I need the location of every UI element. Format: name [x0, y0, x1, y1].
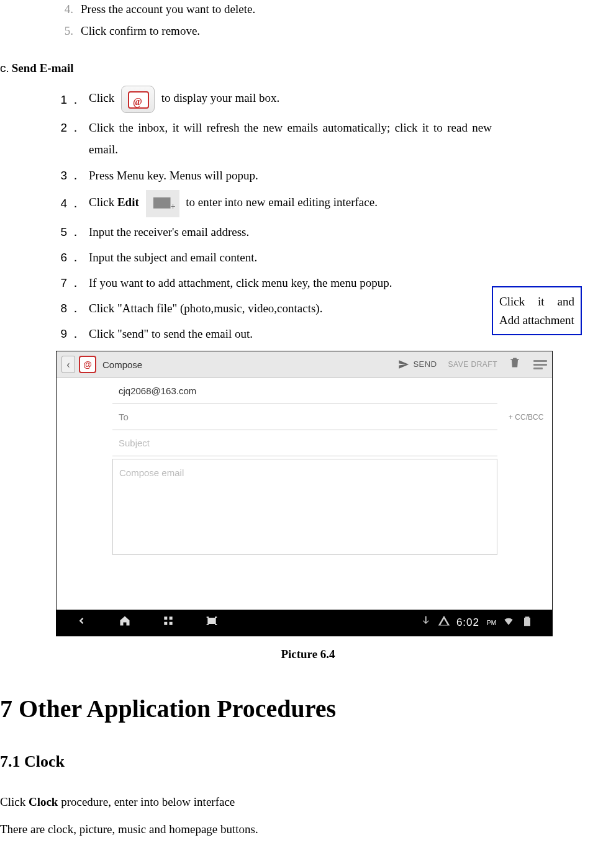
to-field[interactable]: To [112, 404, 497, 430]
compose-screenshot: @ Compose SEND SAVE DRAFT cjq2068@163.co… [56, 351, 553, 636]
step-number: 4 [56, 192, 67, 214]
step-number: 7 [56, 272, 67, 294]
list-text: Click confirm to remove. [81, 22, 200, 40]
step-text: Input the receiver's email address. [89, 221, 249, 243]
trash-icon [509, 356, 521, 369]
step-dot: ． [70, 323, 81, 345]
step-number: 6 [56, 246, 67, 268]
list-text: Press the account you want to delete. [81, 0, 255, 18]
section-letter: c. [0, 59, 9, 77]
step-number: 9 [56, 323, 67, 345]
list-number: 5. [56, 22, 73, 40]
from-field: cjq2068@163.com [112, 378, 497, 404]
compose-actionbar: @ Compose SEND SAVE DRAFT [57, 351, 552, 378]
nav-screenshot-button[interactable] [206, 614, 218, 632]
step-dot: ． [70, 165, 81, 186]
step-number: 1 [56, 89, 67, 111]
status-time: 6:02 [456, 615, 479, 631]
overflow-menu-button[interactable] [533, 360, 547, 369]
compose-body: cjq2068@163.com To + CC/BCC Subject Comp… [57, 378, 552, 592]
back-button[interactable] [61, 356, 75, 373]
figure-caption: Picture 6.4 [0, 645, 616, 663]
warning-status-icon[interactable] [438, 615, 450, 631]
edit-compose-icon [146, 190, 179, 217]
step-number: 2 [56, 117, 67, 138]
nav-home-button[interactable] [119, 614, 131, 632]
download-status-icon[interactable] [419, 615, 432, 631]
step-text: Press Menu key. Menus will popup. [89, 165, 258, 186]
wifi-icon [502, 615, 515, 631]
nav-back-button[interactable] [75, 614, 88, 632]
subject-field[interactable]: Subject [112, 430, 497, 456]
step-dot: ． [70, 246, 81, 268]
section-c-heading: c. Send E-mail [0, 59, 616, 77]
step-dot: ． [70, 192, 81, 214]
email-app-badge-icon: @ [79, 356, 96, 373]
section-heading: 7.1 Clock [0, 749, 616, 774]
body-paragraph: There are clock, picture, music and home… [0, 820, 616, 838]
step-text: Click "send" to send the email out. [89, 323, 253, 345]
section-title: Send E-mail [12, 59, 74, 77]
step-text: Click Edit to enter into new email editi… [89, 190, 378, 217]
email-app-icon [121, 86, 155, 113]
from-address: cjq2068@163.com [119, 384, 196, 398]
compose-body-field[interactable]: Compose email [112, 459, 497, 555]
step-dot: ． [70, 297, 81, 319]
nav-recent-button[interactable] [162, 614, 174, 632]
step-dot: ． [70, 117, 81, 138]
step-text: Click to display your mail box. [89, 86, 279, 113]
step-dot: ． [70, 221, 81, 243]
step-text: Input the subject and email content. [89, 246, 257, 268]
body-paragraph: Click Clock procedure, enter into below … [0, 793, 616, 811]
send-button[interactable]: SEND [398, 358, 437, 371]
status-time-suffix: PM [487, 618, 496, 628]
compose-title: Compose [102, 358, 142, 372]
step-number: 3 [56, 165, 67, 186]
discard-button[interactable] [509, 356, 521, 374]
step-text: If you want to add attachment, click men… [89, 272, 392, 294]
to-placeholder: To [119, 410, 129, 424]
cc-bcc-button[interactable]: + CC/BCC [509, 412, 543, 423]
save-draft-button[interactable]: SAVE DRAFT [448, 359, 497, 371]
step-number: 8 [56, 297, 67, 319]
step-text: Click the inbox, it will refresh the new… [89, 117, 492, 160]
subject-placeholder: Subject [119, 436, 150, 450]
step-dot: ． [70, 89, 81, 111]
chapter-heading: 7 Other Application Procedures [0, 690, 616, 728]
battery-icon [521, 615, 533, 631]
step-text: Click "Attach file" (photo,music, video,… [89, 297, 322, 319]
callout-box: Click it and Add attachment [492, 286, 582, 335]
prev-ordered-list: 4.Press the account you want to delete. … [0, 0, 616, 40]
body-placeholder: Compose email [119, 467, 184, 478]
step-dot: ． [70, 272, 81, 294]
list-number: 4. [56, 0, 73, 18]
system-navbar: 6:02PM [57, 610, 552, 636]
step-number: 5 [56, 221, 67, 243]
send-icon [398, 359, 409, 370]
